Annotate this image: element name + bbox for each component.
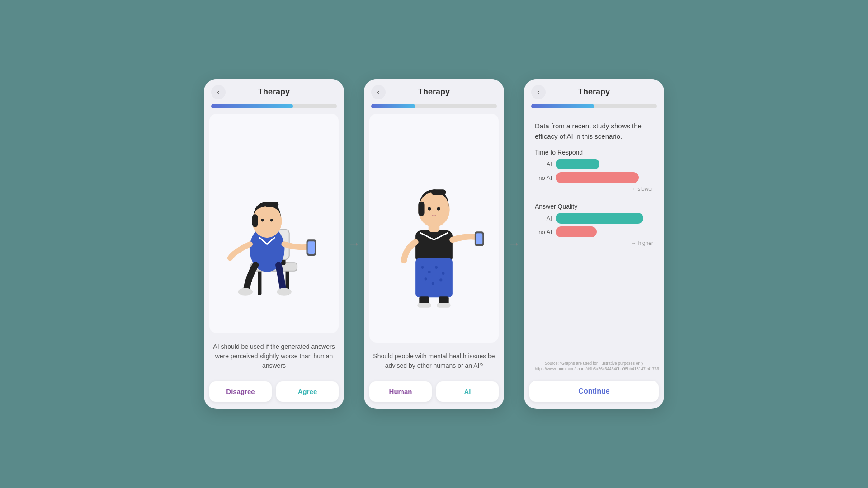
arrow-2: → <box>508 237 520 251</box>
card-1-disagree-button[interactable]: Disagree <box>209 381 272 402</box>
card-1-illustration <box>209 114 339 333</box>
chart-time-ai-bar <box>556 159 599 169</box>
card-2-human-button[interactable]: Human <box>369 381 432 402</box>
svg-rect-10 <box>308 241 315 254</box>
card-1-agree-button[interactable]: Agree <box>276 381 339 402</box>
card-1-header: ‹ Therapy <box>204 79 344 100</box>
card-1-progress-bg <box>211 104 337 108</box>
card-3-continue-button[interactable]: Continue <box>529 381 659 402</box>
chart-quality-row-noai: no AI <box>535 226 653 237</box>
card-2-footer: Human AI <box>364 381 504 409</box>
svg-point-24 <box>439 278 442 281</box>
card-3-body: Data from a recent study shows the effic… <box>524 114 664 381</box>
svg-point-15 <box>270 219 273 221</box>
svg-rect-16 <box>415 230 453 263</box>
svg-rect-30 <box>476 233 482 244</box>
chart-time-ai-label: AI <box>535 161 552 168</box>
card-2-svg <box>369 114 499 343</box>
chart-time-axis-label: → slower <box>630 186 653 192</box>
chart-quality-axis-label: → higher <box>631 240 653 246</box>
card-1-back-button[interactable]: ‹ <box>211 85 226 99</box>
chart-quality-row-ai: AI <box>535 213 653 224</box>
svg-rect-17 <box>415 258 453 297</box>
svg-rect-33 <box>418 202 424 216</box>
card-3-chart-quality: Answer Quality AI no AI <box>535 203 653 250</box>
card-2-progress-bg <box>371 104 497 108</box>
chart-quality-noai-bar-wrapper <box>556 226 653 237</box>
svg-point-8 <box>277 288 292 296</box>
svg-rect-12 <box>252 214 258 227</box>
card-3-chart-time: Time to Respond AI no AI <box>535 149 653 196</box>
scene: ‹ Therapy <box>204 79 664 409</box>
card-3-back-button[interactable]: ‹ <box>531 85 546 99</box>
chart-time-axis-row: → slower <box>535 186 653 192</box>
card-2-back-button[interactable]: ‹ <box>371 85 386 99</box>
card-1-progress-container <box>204 100 344 114</box>
card-3-source: Source: *Graphs are used for illustrativ… <box>535 361 653 372</box>
card-3-footer: Continue <box>524 381 664 409</box>
svg-point-19 <box>428 271 431 273</box>
svg-point-18 <box>421 266 424 269</box>
card-3-progress-container <box>524 100 664 114</box>
card-1-question: AI should be used if the generated answe… <box>209 338 339 376</box>
svg-point-21 <box>442 272 444 275</box>
svg-point-7 <box>238 288 253 296</box>
svg-rect-13 <box>265 202 279 207</box>
chart-quality-noai-label: no AI <box>535 229 552 235</box>
svg-rect-27 <box>417 303 431 307</box>
chart-time-ai-bar-wrapper <box>556 159 653 169</box>
card-1-svg <box>209 114 339 333</box>
chart-time-axis-text: slower <box>637 186 653 192</box>
chart-quality-title: Answer Quality <box>535 203 653 210</box>
chart-time-title: Time to Respond <box>535 149 653 156</box>
chart-time-axis-arrow: → <box>630 186 636 192</box>
card-3-intro: Data from a recent study shows the effic… <box>535 121 653 141</box>
arrow-1: → <box>348 237 360 251</box>
chart-time-row-noai: no AI <box>535 172 653 183</box>
svg-point-23 <box>432 282 434 285</box>
chart-quality-axis-text: higher <box>638 240 653 246</box>
svg-point-22 <box>425 277 427 280</box>
card-3-title: Therapy <box>578 87 610 97</box>
chart-quality-ai-label: AI <box>535 215 552 222</box>
card-1-body: AI should be used if the generated answe… <box>204 114 344 381</box>
card-1-footer: Disagree Agree <box>204 381 344 409</box>
card-1-title: Therapy <box>258 87 290 97</box>
svg-point-14 <box>261 219 264 221</box>
card-3-data-panel: Data from a recent study shows the effic… <box>529 114 659 375</box>
chart-time-noai-label: no AI <box>535 174 552 181</box>
svg-point-36 <box>437 207 440 211</box>
chart-quality-ai-bar-wrapper <box>556 213 653 224</box>
card-2-illustration <box>369 114 499 343</box>
card-2-question: Should people with mental health issues … <box>369 348 499 376</box>
card-3: ‹ Therapy Data from a recent study shows… <box>524 79 664 409</box>
svg-rect-28 <box>437 303 451 307</box>
card-1: ‹ Therapy <box>204 79 344 409</box>
chart-time-noai-bar-wrapper <box>556 172 653 183</box>
chart-quality-axis-arrow: → <box>631 240 637 246</box>
chart-time-noai-bar <box>556 172 639 183</box>
card-2-body: Should people with mental health issues … <box>364 114 504 381</box>
card-2-title: Therapy <box>418 87 450 97</box>
chart-quality-noai-bar <box>556 226 597 237</box>
svg-point-20 <box>435 266 438 269</box>
card-2: ‹ Therapy <box>364 79 504 409</box>
card-3-progress-fill <box>531 104 594 108</box>
card-3-header: ‹ Therapy <box>524 79 664 100</box>
card-2-header: ‹ Therapy <box>364 79 504 100</box>
svg-point-35 <box>428 207 431 211</box>
svg-rect-34 <box>431 189 446 195</box>
chart-quality-axis-row: → higher <box>535 240 653 246</box>
card-2-ai-button[interactable]: AI <box>436 381 499 402</box>
chart-quality-ai-bar <box>556 213 643 224</box>
chart-time-row-ai: AI <box>535 159 653 169</box>
card-1-progress-fill <box>211 104 293 108</box>
card-2-progress-fill <box>371 104 415 108</box>
card-3-progress-bg <box>531 104 657 108</box>
card-2-progress-container <box>364 100 504 114</box>
